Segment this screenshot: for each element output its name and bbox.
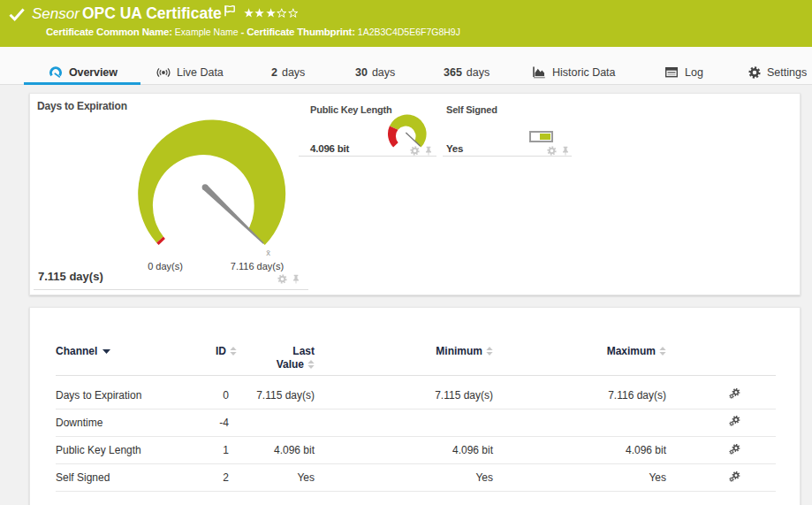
cell-actions [666,376,776,409]
cell-minimum: 4.096 bit [315,436,493,463]
sort-desc-caret-icon [102,349,110,354]
tab-label-number: 365 [444,66,462,79]
column-header-channel[interactable]: Channel [56,343,210,376]
gauge-panel-self-signed: Self Signed Yes [443,94,572,157]
tab-label: Log [685,66,703,79]
column-header-minimum[interactable]: Minimum [315,343,493,376]
tab-label: Live Data [177,66,224,79]
pin-icon[interactable] [292,274,300,284]
tab-label-number: 30 [355,66,368,79]
tab-overview[interactable]: Overview [24,47,140,85]
pin-icon[interactable] [561,146,570,156]
subtitle-separator: - [241,27,245,37]
sensor-title-row: Sensor OPC UA Certificate [0,0,812,23]
tab-label: Settings [767,66,807,79]
gauge-title: Days to Expiration [37,100,127,112]
cell-last-value: 4.096 bit [229,436,315,463]
column-header-maximum[interactable]: Maximum [493,343,666,376]
gauge-max-label: 7.116 day(s) [231,261,284,272]
gear-icon[interactable] [410,146,420,156]
tab-label: days [467,66,489,79]
cell-maximum [493,409,666,436]
column-header-id[interactable]: ID [210,343,229,376]
edit-channel-gears-icon[interactable] [729,442,743,456]
gear-icon[interactable] [277,274,287,284]
table-row[interactable]: Days to Expiration 0 7.115 day(s) 7.115 … [56,376,776,409]
tab-settings[interactable]: Settings [748,47,807,85]
column-header-label: Minimum [436,345,482,357]
tab-label: Overview [69,66,118,79]
gauge-value: 4.096 bit [310,143,349,154]
gauge-actions [547,146,570,156]
sort-toggle-icon [307,360,315,369]
cell-last-value [229,409,315,436]
flag-icon[interactable] [224,4,236,17]
gauge-min-label: 0 day(s) [148,261,183,272]
edit-channel-gears-icon[interactable] [729,414,743,428]
gauges-card: Days to Expiration x̄ 0 day(s) 7.116 day… [29,93,801,295]
sensor-name: OPC UA Certificate [82,4,222,23]
priority-stars[interactable] [244,8,299,19]
star-empty-icon[interactable] [277,8,287,19]
star-filled-icon[interactable] [244,8,254,19]
gear-icon[interactable] [547,146,557,156]
gear-icon [748,66,761,79]
table-row[interactable]: Self Signed 2 Yes Yes Yes [56,464,776,492]
cell-last-value: Yes [229,464,315,492]
tab-30-days[interactable]: 30 days [355,47,395,85]
cell-actions [666,409,776,436]
common-name-value: Example Name [175,27,239,37]
tab-2-days[interactable]: 2 days [271,47,305,85]
gauge-value: 7.115 day(s) [38,270,103,283]
days-to-expiration-gauge: x̄ [125,119,298,269]
gauge-title: Public Key Length [310,104,392,115]
star-filled-icon[interactable] [266,8,277,19]
gauge-panel-days-to-expiration: Days to Expiration x̄ 0 day(s) 7.116 day… [34,94,308,290]
star-empty-icon[interactable] [288,8,299,19]
cell-channel[interactable]: Downtime [56,409,210,436]
pin-icon[interactable] [424,146,433,156]
gauge-arc [138,120,285,246]
table-row[interactable]: Public Key Length 1 4.096 bit 4.096 bit … [56,436,776,463]
gauge-title: Self Signed [446,104,497,115]
sensor-tab-bar: Overview Live Data 2 days 30 days 365 da… [0,47,812,85]
column-header-last-value[interactable]: LastValue [229,343,315,376]
tab-log[interactable]: Log [664,47,703,85]
cell-maximum: 7.116 day(s) [493,376,666,409]
tab-label: days [282,66,305,79]
object-kind-label: Sensor [32,5,80,23]
tab-365-days[interactable]: 365 days [444,47,489,85]
tab-live-data[interactable]: Live Data [156,47,224,85]
cell-channel[interactable]: Days to Expiration [56,376,210,409]
cell-minimum [315,409,493,436]
cell-maximum: 4.096 bit [493,436,666,463]
cell-actions [666,436,776,463]
sort-toggle-icon [230,347,237,356]
edit-channel-gears-icon[interactable] [729,470,743,484]
cell-channel[interactable]: Public Key Length [56,436,210,463]
cell-id: -4 [210,409,229,436]
table-row[interactable]: Downtime -4 [56,409,776,436]
edit-channel-gears-icon[interactable] [729,386,743,401]
sensor-header: Sensor OPC UA Certificate Certificate Co… [0,0,812,47]
cell-id: 2 [210,464,229,492]
tab-historic-data[interactable]: Historic Data [532,47,616,85]
gauge-actions [410,146,433,156]
gauge-value: Yes [446,143,463,154]
cell-channel[interactable]: Self Signed [56,464,210,492]
gauge-actions [277,274,300,284]
cell-last-value: 7.115 day(s) [229,376,315,409]
column-header-actions [666,343,776,376]
tab-label: Historic Data [552,66,616,79]
sensor-subtitle: Certificate Common Name: Example Name - … [0,23,812,37]
column-header-label: Value [277,358,304,371]
area-chart-icon [532,65,546,80]
cell-actions [666,464,776,492]
gauge-icon [49,65,63,80]
thumbprint-label: Certificate Thumbprint: [247,27,355,37]
sort-toggle-icon [659,347,666,356]
broadcast-icon [156,65,171,80]
common-name-label: Certificate Common Name: [46,27,172,37]
channel-table: Channel ID LastValue Minimum Maximum Day… [56,343,776,492]
star-filled-icon[interactable] [254,8,265,19]
